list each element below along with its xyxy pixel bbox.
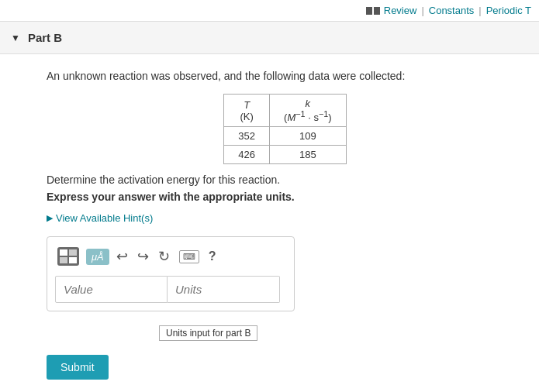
grid-cell-4 bbox=[69, 257, 77, 263]
review-icon bbox=[366, 7, 380, 15]
content-area: An unknown reaction was observed, and th… bbox=[0, 54, 539, 392]
table-row: 352 109 bbox=[224, 127, 346, 146]
row1-k: 109 bbox=[270, 127, 347, 146]
express-text: Express your answer with the appropriate… bbox=[47, 191, 523, 203]
row2-T: 426 bbox=[224, 146, 270, 164]
refresh-button[interactable]: ↻ bbox=[156, 246, 172, 267]
row2-k: 185 bbox=[270, 146, 347, 164]
widget-toolbar: μÅ ↩ ↪ ↻ ⌨ ? bbox=[55, 245, 286, 268]
part-label: Part B bbox=[28, 31, 62, 44]
value-input[interactable] bbox=[55, 276, 168, 303]
units-input[interactable] bbox=[168, 276, 280, 303]
grid-icon bbox=[57, 247, 79, 266]
data-table: T (K) k (M−1 · s−1) 352 109 426 185 bbox=[223, 94, 346, 164]
intro-text: An unknown reaction was observed, and th… bbox=[47, 68, 523, 84]
data-table-container: T (K) k (M−1 · s−1) 352 109 426 185 bbox=[47, 94, 523, 164]
top-bar: Review | Constants | Periodic T bbox=[0, 0, 539, 22]
redo-icon: ↪ bbox=[137, 248, 149, 265]
determine-text: Determine the activation energy for this… bbox=[47, 174, 523, 186]
submit-button[interactable]: Submit bbox=[47, 355, 109, 380]
table-row: 426 185 bbox=[224, 146, 346, 164]
grid-cell-3 bbox=[60, 257, 67, 263]
hint-link[interactable]: ▶ View Available Hint(s) bbox=[47, 212, 523, 224]
constants-link[interactable]: Constants bbox=[429, 5, 475, 16]
keyboard-icon: ⌨ bbox=[179, 250, 199, 263]
col1-header: T (K) bbox=[224, 95, 270, 127]
grid-button[interactable] bbox=[55, 245, 81, 268]
keyboard-button[interactable]: ⌨ bbox=[177, 248, 202, 266]
periodic-link[interactable]: Periodic T bbox=[486, 5, 531, 16]
separator-2: | bbox=[479, 5, 481, 16]
answer-widget: μÅ ↩ ↪ ↻ ⌨ ? bbox=[47, 236, 295, 311]
grid-cell-2 bbox=[69, 249, 77, 256]
units-tooltip: Units input for part B bbox=[159, 325, 257, 341]
submit-area: Submit bbox=[47, 352, 523, 380]
grid-cell-1 bbox=[60, 249, 67, 256]
help-icon: ? bbox=[209, 249, 216, 263]
review-link[interactable]: Review bbox=[384, 5, 417, 16]
col1-unit: (K) bbox=[240, 111, 254, 122]
refresh-icon: ↻ bbox=[158, 248, 170, 265]
separator-1: | bbox=[421, 5, 423, 16]
redo-button[interactable]: ↪ bbox=[135, 246, 151, 267]
undo-icon: ↩ bbox=[116, 248, 128, 265]
part-header: ▼ Part B bbox=[0, 22, 539, 54]
hint-arrow-icon: ▶ bbox=[47, 213, 53, 223]
undo-button[interactable]: ↩ bbox=[114, 246, 130, 267]
row1-T: 352 bbox=[224, 127, 270, 146]
help-button[interactable]: ? bbox=[206, 247, 219, 266]
mu-button[interactable]: μÅ bbox=[86, 249, 109, 265]
answer-inputs bbox=[55, 276, 286, 303]
hint-link-label: View Available Hint(s) bbox=[56, 212, 153, 224]
collapse-arrow[interactable]: ▼ bbox=[11, 33, 20, 43]
col2-unit: (M−1 · s−1) bbox=[284, 112, 332, 123]
col2-header: k (M−1 · s−1) bbox=[270, 95, 347, 127]
